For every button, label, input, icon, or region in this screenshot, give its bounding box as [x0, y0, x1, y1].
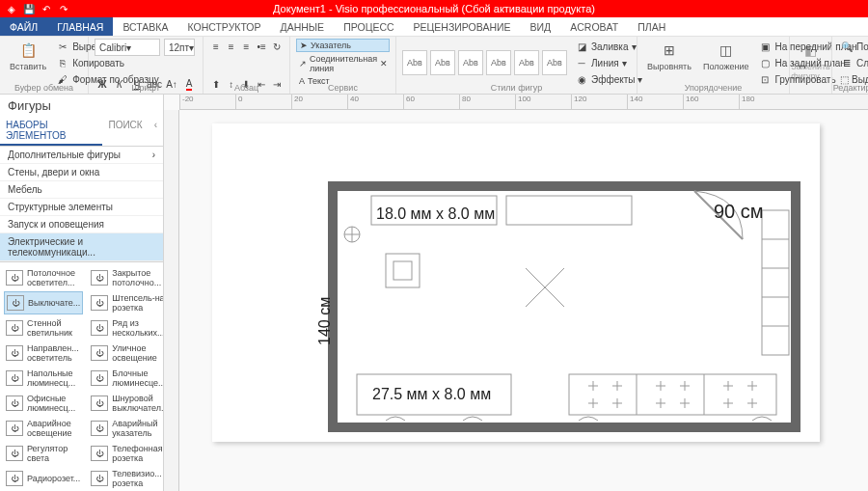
- align-button[interactable]: ⊞Выровнять: [643, 39, 695, 87]
- fill-button[interactable]: ◪Заливка ▾: [573, 39, 644, 54]
- shape-item-label: Аварийный указатель: [112, 419, 163, 438]
- shape-styles-gallery[interactable]: Аbв Аbв Аbв Аbв Аbв Аbв: [402, 50, 567, 75]
- category-item[interactable]: Дополнительные фигуры›: [0, 147, 163, 164]
- fill-icon: ◪: [575, 40, 588, 53]
- save-icon[interactable]: 💾: [21, 1, 37, 16]
- bullets-button[interactable]: •≡: [255, 39, 268, 54]
- category-item-selected[interactable]: Электрические и телекоммуникаци...: [0, 233, 163, 261]
- tab-file[interactable]: ФАЙЛ: [0, 17, 47, 36]
- shape-item[interactable]: ⏻Закрытое потолочно...: [89, 266, 163, 289]
- tab-home[interactable]: ГЛАВНАЯ: [47, 17, 113, 36]
- shape-item[interactable]: ⏻Шнуровой выключател...: [89, 392, 163, 415]
- shape-item-icon: ⏻: [6, 370, 23, 386]
- rotate-button[interactable]: ↻: [270, 39, 284, 54]
- dimension-label: 18.0 мм x 8.0 мм: [376, 205, 495, 223]
- svg-rect-2: [393, 261, 412, 280]
- font-size-select[interactable]: 12пт ▾: [164, 39, 195, 56]
- shape-item-icon: ⏻: [7, 295, 24, 311]
- tab-insert[interactable]: ВСТАВКА: [113, 17, 177, 36]
- shape-item[interactable]: ⏻Ряд из нескольких...: [89, 316, 163, 340]
- tab-acrobat[interactable]: ACROBAT: [560, 17, 628, 36]
- shape-item[interactable]: ⏻Телевизио... розетка: [89, 467, 163, 490]
- shape-item[interactable]: ⏻Уличное освещение: [89, 341, 163, 365]
- align-right-button[interactable]: ≡: [240, 39, 254, 54]
- shape-item[interactable]: ⏻Блочные люминесце...: [89, 367, 163, 390]
- shapes-pane: Фигуры НАБОРЫ ЭЛЕМЕНТОВ ПОИСК ‹ Дополнит…: [0, 95, 164, 491]
- ruler-mark: -20: [179, 95, 235, 109]
- tab-review[interactable]: РЕЦЕНЗИРОВАНИЕ: [404, 17, 521, 36]
- connector-tool[interactable]: ↗Соединительная линия ✕: [296, 53, 390, 74]
- main-area: Фигуры НАБОРЫ ЭЛЕМЕНТОВ ПОИСК ‹ Дополнит…: [0, 95, 868, 491]
- line-button[interactable]: ─Линия ▾: [573, 55, 644, 70]
- align-center-button[interactable]: ≡: [225, 39, 238, 54]
- shape-item-icon: ⏻: [91, 421, 108, 436]
- ruler-mark: 20: [291, 95, 347, 109]
- furniture-table[interactable]: [386, 254, 420, 287]
- shape-item-label: Потолочное осветител...: [27, 268, 81, 287]
- ruler-mark: 160: [683, 95, 739, 109]
- style-option[interactable]: Аbв: [486, 50, 511, 75]
- shape-item[interactable]: ⏻Офисные люминесц...: [4, 392, 83, 415]
- shape-item-icon: ⏻: [6, 471, 23, 486]
- shape-item-label: Радиорозет...: [27, 474, 80, 483]
- category-item[interactable]: Мебель: [0, 181, 163, 199]
- category-item[interactable]: Структурные элементы: [0, 199, 163, 216]
- redo-icon[interactable]: ↷: [56, 1, 71, 16]
- shape-item[interactable]: ⏻Телефонная розетка: [89, 442, 163, 465]
- style-option[interactable]: Аbв: [542, 50, 567, 75]
- shape-item[interactable]: ⏻Стенной светильник: [4, 316, 83, 340]
- shape-item-label: Напольные люминесц...: [27, 368, 81, 388]
- shape-item-label: Стенной светильник: [27, 318, 81, 338]
- style-option[interactable]: Аbв: [402, 50, 427, 75]
- shapes-tab-sets[interactable]: НАБОРЫ ЭЛЕМЕНТОВ: [0, 117, 102, 146]
- edit-group-label: Редактирование: [832, 83, 868, 93]
- shape-item-label: Шнуровой выключател...: [112, 394, 163, 413]
- shape-item-label: Офисные люминесц...: [27, 394, 81, 413]
- ruler-mark: 180: [739, 95, 795, 109]
- undo-icon[interactable]: ↶: [39, 1, 54, 16]
- back-icon: ▢: [758, 56, 772, 69]
- tab-design[interactable]: КОНСТРУКТОР: [177, 17, 270, 36]
- tab-process[interactable]: ПРОЦЕСС: [334, 17, 403, 36]
- font-name-select[interactable]: Calibri ▾: [95, 39, 160, 56]
- category-item[interactable]: Запуск и оповещения: [0, 216, 163, 233]
- shapes-title: Фигуры: [0, 95, 163, 117]
- shape-item[interactable]: ⏻Направлен... осветитель: [4, 341, 83, 365]
- find-button[interactable]: 🔍Поиск ▾: [838, 39, 868, 54]
- align-left-button[interactable]: ≡: [209, 39, 223, 54]
- shape-item[interactable]: ⏻Напольные люминесц...: [4, 367, 83, 390]
- style-option[interactable]: Аbв: [514, 50, 539, 75]
- search-icon: 🔍: [840, 40, 854, 53]
- chevron-right-icon: ›: [152, 150, 155, 160]
- shape-item[interactable]: ⏻Регулятор света: [4, 442, 83, 465]
- category-item[interactable]: Стены, двери и окна: [0, 164, 163, 181]
- shape-item[interactable]: ⏻Аварийное освещение: [4, 417, 83, 440]
- shape-grid: ⏻Потолочное осветител...⏻Закрытое потоло…: [0, 262, 163, 491]
- layers-button[interactable]: ≣Слои ▾: [838, 55, 868, 70]
- shape-item[interactable]: ⏻Выключате...: [4, 291, 83, 314]
- tab-plan[interactable]: ПЛАН: [628, 17, 675, 36]
- canvas-area[interactable]: -20020406080100120140160180: [164, 95, 868, 491]
- tab-data[interactable]: ДАННЫЕ: [271, 17, 335, 36]
- furniture-sofa-large[interactable]: [569, 374, 776, 415]
- shapes-tab-search[interactable]: ПОИСК: [102, 117, 148, 146]
- paste-button[interactable]: 📋 Вставить: [6, 39, 50, 87]
- shape-item-icon: ⏻: [91, 370, 108, 386]
- shapes-collapse-icon[interactable]: ‹: [149, 117, 163, 146]
- tab-view[interactable]: ВИД: [521, 17, 561, 36]
- furniture-cabinet[interactable]: [506, 196, 632, 225]
- shape-item[interactable]: ⏻Радиорозет...: [4, 467, 83, 490]
- dimension-label: 140 см: [316, 297, 334, 345]
- style-option[interactable]: Аbв: [458, 50, 483, 75]
- shape-item[interactable]: ⏻Штепсель-ная розетка: [89, 291, 163, 314]
- position-button[interactable]: ◫Положение: [699, 39, 753, 87]
- ruler-mark: 80: [459, 95, 515, 109]
- pointer-icon: ➤: [300, 41, 308, 50]
- shape-item[interactable]: ⏻Потолочное осветител...: [4, 266, 83, 289]
- shape-item[interactable]: ⏻Аварийный указатель: [89, 417, 163, 440]
- furniture-shelf[interactable]: [762, 210, 789, 355]
- pointer-tool[interactable]: ➤Указатель: [296, 39, 390, 52]
- shape-item-icon: ⏻: [6, 396, 23, 411]
- style-option[interactable]: Аbв: [430, 50, 455, 75]
- dimension-label: 27.5 мм x 8.0 мм: [372, 386, 491, 403]
